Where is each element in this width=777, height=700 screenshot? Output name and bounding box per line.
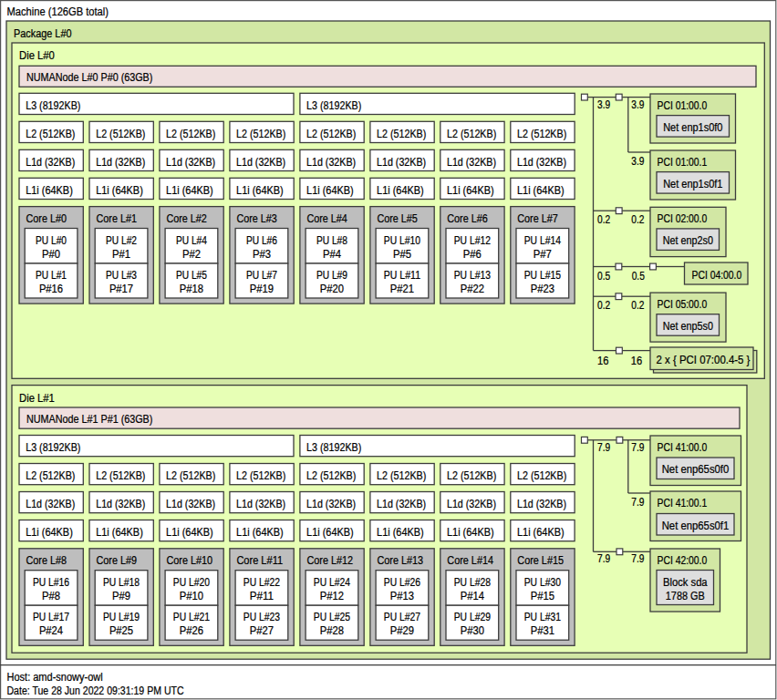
svg-text:Host: amd-snowy-owl: Host: amd-snowy-owl [7,671,103,684]
svg-text:L1i (64KB): L1i (64KB) [166,184,213,197]
svg-text:P#8: P#8 [42,590,60,602]
svg-text:P#27: P#27 [250,624,274,637]
svg-text:Net enp2s0: Net enp2s0 [663,234,713,247]
svg-text:P#1: P#1 [112,248,130,261]
svg-text:L1d (32KB): L1d (32KB) [447,156,496,169]
svg-text:Core L#6: Core L#6 [447,212,488,225]
svg-text:Package L#0: Package L#0 [14,27,72,40]
svg-text:P#15: P#15 [531,590,554,602]
svg-text:Core L#2: Core L#2 [166,212,207,225]
svg-text:PU L#19: PU L#19 [103,611,140,623]
svg-text:L1d (32KB): L1d (32KB) [26,156,75,169]
svg-text:L2 (512KB): L2 (512KB) [96,128,145,140]
svg-text:Net enp1s0f0: Net enp1s0f0 [663,121,722,134]
svg-text:Net enp1s0f1: Net enp1s0f1 [663,178,722,190]
svg-text:P#5: P#5 [393,248,411,261]
svg-text:PCI 05:00.0: PCI 05:00.0 [658,298,708,311]
svg-text:3.9: 3.9 [631,155,644,168]
svg-text:P#0: P#0 [42,248,60,261]
svg-text:P#22: P#22 [461,283,484,295]
svg-text:Block sda: Block sda [663,576,708,589]
svg-text:7.9: 7.9 [597,552,610,565]
svg-text:PU L#3: PU L#3 [106,269,137,282]
svg-text:PCI 02:00.0: PCI 02:00.0 [658,212,708,225]
svg-text:Core L#0: Core L#0 [26,212,67,225]
svg-text:L1i (64KB): L1i (64KB) [236,526,284,539]
svg-text:L1d (32KB): L1d (32KB) [517,498,566,510]
svg-text:PU L#28: PU L#28 [454,576,491,589]
svg-text:L1i (64KB): L1i (64KB) [26,526,73,539]
svg-text:L1d (32KB): L1d (32KB) [236,498,285,510]
svg-text:7.9: 7.9 [631,552,644,565]
svg-text:PCI 41:00.0: PCI 41:00.0 [658,441,708,454]
svg-text:L1d (32KB): L1d (32KB) [306,498,356,510]
svg-text:0.5: 0.5 [597,270,610,283]
svg-text:L1i (64KB): L1i (64KB) [96,526,143,539]
svg-text:L3 (8192KB): L3 (8192KB) [306,99,361,112]
svg-text:Core L#14: Core L#14 [447,554,493,567]
svg-text:Net enp5s0: Net enp5s0 [663,320,713,333]
svg-text:P#24: P#24 [39,624,63,637]
svg-text:L2 (512KB): L2 (512KB) [26,128,75,140]
svg-text:L1d (32KB): L1d (32KB) [306,156,356,169]
svg-text:PU L#5: PU L#5 [176,269,207,282]
svg-text:0.2: 0.2 [631,299,644,312]
svg-text:L1d (32KB): L1d (32KB) [517,156,566,169]
svg-text:PU L#20: PU L#20 [173,576,210,589]
svg-text:L2 (512KB): L2 (512KB) [447,469,496,482]
svg-text:P#28: P#28 [320,624,344,637]
svg-text:L2 (512KB): L2 (512KB) [236,128,285,140]
svg-text:L1d (32KB): L1d (32KB) [236,156,285,169]
svg-text:PU L#26: PU L#26 [384,576,420,589]
svg-text:PU L#9: PU L#9 [316,269,347,282]
svg-text:L2 (512KB): L2 (512KB) [377,128,426,140]
svg-text:L3 (8192KB): L3 (8192KB) [306,441,361,454]
svg-text:NUMANode L#1 P#1 (63GB): NUMANode L#1 P#1 (63GB) [26,413,152,426]
svg-text:P#19: P#19 [250,283,274,295]
svg-text:PU L#4: PU L#4 [176,234,207,247]
svg-text:Die L#0: Die L#0 [19,49,55,62]
svg-text:PU L#16: PU L#16 [33,576,69,589]
svg-text:7.9: 7.9 [631,441,644,454]
svg-text:3.9: 3.9 [631,98,644,111]
svg-text:L2 (512KB): L2 (512KB) [517,469,566,482]
svg-text:Core L#9: Core L#9 [97,554,138,567]
svg-text:Core L#13: Core L#13 [377,554,423,567]
svg-text:P#9: P#9 [112,590,130,602]
svg-text:L1d (32KB): L1d (32KB) [96,498,145,510]
svg-text:P#23: P#23 [531,283,554,295]
svg-text:Core L#4: Core L#4 [306,212,347,225]
svg-text:PU L#7: PU L#7 [246,269,277,282]
svg-text:Core L#3: Core L#3 [236,212,277,225]
svg-text:P#10: P#10 [180,590,203,602]
svg-text:PU L#21: PU L#21 [173,611,210,623]
svg-text:PU L#25: PU L#25 [314,611,350,623]
svg-text:PU L#14: PU L#14 [524,234,561,247]
svg-text:L1i (64KB): L1i (64KB) [306,526,354,539]
svg-text:PCI 01:00.0: PCI 01:00.0 [658,99,708,112]
svg-text:L1d (32KB): L1d (32KB) [166,498,215,510]
svg-text:PU L#2: PU L#2 [106,234,137,247]
svg-text:0.5: 0.5 [632,270,645,283]
svg-text:NUMANode L#0 P#0 (63GB): NUMANode L#0 P#0 (63GB) [26,71,152,84]
svg-text:Core L#7: Core L#7 [517,212,558,225]
svg-text:3.9: 3.9 [597,98,610,111]
svg-text:P#6: P#6 [463,248,482,261]
svg-text:P#20: P#20 [320,283,344,295]
svg-text:L3 (8192KB): L3 (8192KB) [26,99,80,112]
svg-text:P#30: P#30 [461,624,484,637]
svg-text:L1i (64KB): L1i (64KB) [96,184,143,197]
svg-text:L2 (512KB): L2 (512KB) [517,128,566,140]
svg-text:PU L#27: PU L#27 [384,611,420,623]
svg-text:Core L#15: Core L#15 [517,554,564,567]
svg-text:L1d (32KB): L1d (32KB) [377,498,426,510]
svg-text:0.2: 0.2 [597,299,610,312]
svg-text:PU L#31: PU L#31 [524,611,561,623]
svg-text:L1i (64KB): L1i (64KB) [517,184,565,197]
svg-text:L1d (32KB): L1d (32KB) [26,498,75,510]
svg-text:0.2: 0.2 [631,213,644,226]
svg-text:2 x { PCI 07:00.4-5 }: 2 x { PCI 07:00.4-5 } [657,354,751,366]
svg-text:PCI 41:00.1: PCI 41:00.1 [658,497,708,510]
svg-text:L2 (512KB): L2 (512KB) [306,128,356,140]
svg-text:L2 (512KB): L2 (512KB) [236,469,285,482]
